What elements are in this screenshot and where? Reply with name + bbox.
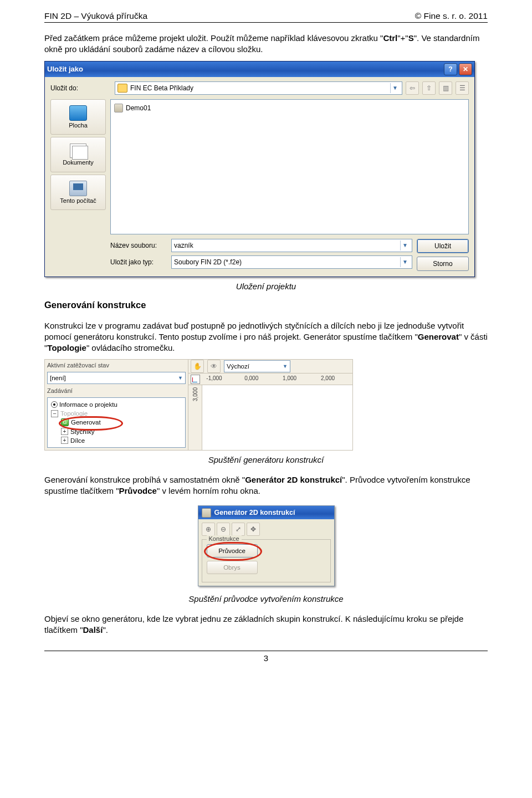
generator-title: Generátor 2D konstrukcí bbox=[214, 509, 295, 516]
filetype-field[interactable]: Soubory FIN 2D (*.f2e) ▼ bbox=[171, 255, 412, 269]
radio-icon bbox=[51, 401, 58, 408]
nav-up-icon[interactable]: ⇧ bbox=[422, 81, 436, 95]
chevron-down-icon[interactable]: ▼ bbox=[283, 364, 288, 369]
zoom-out-icon[interactable]: ⊖ bbox=[217, 523, 230, 536]
generator-toolbar: ⊕ ⊖ ⤢ ✥ bbox=[202, 523, 331, 536]
figure-caption: Uložení projektu bbox=[44, 282, 488, 291]
collapse-icon[interactable]: – bbox=[51, 410, 58, 417]
save-as-dialog: Uložit jako ? ✕ Uložit do: FIN EC Beta P… bbox=[44, 61, 475, 277]
folder-icon bbox=[117, 84, 127, 93]
pan-icon[interactable]: ✥ bbox=[247, 523, 260, 536]
app-icon bbox=[202, 508, 211, 518]
group-label: Konstrukce bbox=[207, 535, 242, 542]
dialog-title: Uložit jako bbox=[47, 65, 83, 73]
section3-paragraph: Objeví se okno generátoru, kde lze vybra… bbox=[44, 613, 488, 636]
page-header: FIN 2D – Výuková příručka © Fine s. r. o… bbox=[44, 11, 488, 23]
view-grid-icon[interactable]: ▥ bbox=[439, 81, 452, 95]
filetype-label: Uložit jako typ: bbox=[110, 258, 167, 266]
documents-icon bbox=[70, 144, 86, 158]
file-list[interactable]: Demo01 bbox=[110, 99, 469, 234]
figure-caption: Spuštění průvodce vytvořením konstrukce bbox=[44, 594, 488, 603]
figure-caption: Spuštění generátoru konstrukcí bbox=[44, 455, 488, 464]
filename-field[interactable]: vazník ▼ bbox=[171, 239, 412, 252]
file-icon bbox=[114, 104, 123, 112]
place-desktop[interactable]: Plocha bbox=[50, 99, 106, 135]
zoom-in-icon[interactable]: ⊕ bbox=[202, 523, 215, 536]
list-item[interactable]: Demo01 bbox=[114, 103, 465, 113]
drawing-canvas[interactable] bbox=[202, 385, 352, 449]
computer-icon bbox=[69, 181, 87, 196]
desktop-icon bbox=[69, 105, 87, 121]
ruler-vertical: 3,000 bbox=[188, 385, 202, 449]
zoom-fit-icon[interactable]: ⤢ bbox=[232, 523, 245, 536]
intro-paragraph: Před začátkem práce můžeme projekt uloži… bbox=[44, 33, 488, 55]
save-to-label: Uložit do: bbox=[50, 84, 111, 92]
topology-screenshot: Aktivní zatěžovací stav [není] ▼ Zadáván… bbox=[44, 359, 353, 450]
page-number: 3 bbox=[44, 651, 488, 663]
axis-icon bbox=[191, 375, 200, 384]
header-right: © Fine s. r. o. 2011 bbox=[415, 11, 488, 21]
view-list-icon[interactable]: ☰ bbox=[456, 81, 469, 95]
filename-label: Název souboru: bbox=[110, 242, 167, 249]
save-toolbar: Uložit do: FIN EC Beta Příklady ▼ ⇦ ⇧ ▥ … bbox=[50, 81, 469, 95]
nav-tree: Informace o projektu – Topologie G Gener… bbox=[47, 397, 186, 447]
outline-button: Obrys bbox=[207, 561, 258, 574]
tree-node-joints[interactable]: + Styčníky bbox=[51, 427, 183, 436]
nav-back-icon[interactable]: ⇦ bbox=[406, 81, 419, 95]
section2-paragraph: Generování konstrukce probíhá v samostat… bbox=[44, 474, 488, 497]
hand-icon[interactable]: ✋ bbox=[191, 360, 204, 373]
close-icon[interactable]: ✕ bbox=[459, 63, 472, 75]
section-heading: Generování konstrukce bbox=[44, 300, 488, 310]
help-icon[interactable]: ? bbox=[444, 63, 457, 75]
tree-node-members[interactable]: + Dílce bbox=[51, 436, 183, 445]
eye-icon[interactable]: 👁 bbox=[207, 360, 221, 373]
chevron-down-icon[interactable]: ▼ bbox=[178, 375, 183, 381]
places-sidebar: Plocha Dokumenty Tento počítač bbox=[50, 99, 106, 234]
header-left: FIN 2D – Výuková příručka bbox=[44, 11, 147, 21]
construction-group: Konstrukce Průvodce Obrys bbox=[202, 539, 331, 582]
ruler-horizontal: -1,000 0,000 1,000 2,000 bbox=[203, 373, 350, 385]
wizard-button[interactable]: Průvodce bbox=[207, 544, 258, 557]
generator-dialog: Generátor 2D konstrukcí ⊕ ⊖ ⤢ ✥ Konstruk… bbox=[198, 505, 335, 586]
view-combo[interactable]: Výchozí ▼ bbox=[224, 360, 290, 372]
generator-titlebar: Generátor 2D konstrukcí bbox=[198, 506, 334, 519]
expand-icon[interactable]: + bbox=[61, 437, 68, 444]
place-computer[interactable]: Tento počítač bbox=[50, 175, 106, 210]
expand-icon[interactable]: + bbox=[61, 428, 68, 435]
chevron-down-icon[interactable]: ▼ bbox=[400, 257, 410, 267]
place-documents[interactable]: Dokumenty bbox=[50, 137, 106, 172]
lightning-icon: G bbox=[61, 418, 69, 426]
folder-combo[interactable]: FIN EC Beta Příklady ▼ bbox=[115, 81, 402, 95]
section1-paragraph: Konstrukci lze v programu zadávat buď po… bbox=[44, 320, 488, 354]
dialog-titlebar: Uložit jako ? ✕ bbox=[45, 62, 474, 77]
tree-node-topology[interactable]: – Topologie bbox=[51, 409, 183, 418]
chevron-down-icon[interactable]: ▼ bbox=[390, 83, 400, 93]
tree-node-generate[interactable]: G Generovat bbox=[51, 418, 183, 427]
load-state-combo[interactable]: [není] ▼ bbox=[47, 372, 186, 384]
tree-node-info[interactable]: Informace o projektu bbox=[51, 400, 183, 409]
save-button[interactable]: Uložit bbox=[417, 239, 469, 253]
input-section-label: Zadávání bbox=[47, 387, 186, 394]
cancel-button[interactable]: Storno bbox=[417, 257, 469, 271]
folder-name: FIN EC Beta Příklady bbox=[130, 84, 193, 92]
load-state-label: Aktivní zatěžovací stav bbox=[47, 362, 186, 369]
chevron-down-icon[interactable]: ▼ bbox=[400, 241, 410, 250]
